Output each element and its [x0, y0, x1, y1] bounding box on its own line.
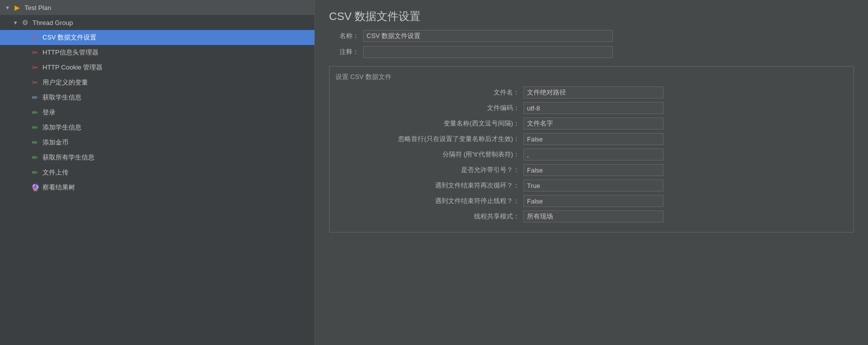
tree-arrow: ▼ [12, 19, 19, 26]
csv-field-input-3[interactable] [524, 133, 664, 145]
sidebar-item-label: 登录 [42, 108, 56, 117]
csv-field-label: 线程共享模式： [334, 212, 524, 221]
csv-field-label: 变量名称(西文逗号间隔)： [334, 119, 524, 128]
sampler-green-icon: ✏ [30, 138, 40, 148]
sampler-green-icon: ✏ [30, 168, 40, 178]
csv-field-input-8[interactable] [524, 210, 664, 222]
sampler-green-icon: ✏ [30, 152, 40, 162]
page-title: CSV 数据文件设置 [315, 0, 868, 30]
csv-field-row: 是否允许带引号？： [330, 164, 854, 176]
csv-field-input-1[interactable] [524, 102, 664, 114]
sidebar-item-get-all-students[interactable]: ✏获取所有学生信息 [0, 150, 314, 165]
sampler-green-icon: ✏ [30, 122, 40, 132]
name-label: 名称： [329, 32, 359, 40]
csv-icon: ✂ [30, 32, 40, 42]
sidebar-item-csv-data[interactable]: ✂CSV 数据文件设置 [0, 30, 314, 45]
csv-field-label: 是否允许带引号？： [334, 166, 524, 174]
csv-field-input-7[interactable] [524, 195, 664, 207]
csv-field-row: 文件名： [330, 86, 854, 98]
sidebar-item-http-header[interactable]: ✂HTTP信息头管理器 [0, 45, 314, 60]
sidebar-item-label: 添加金币 [42, 138, 68, 147]
form-section: 名称： 注释： [315, 30, 868, 62]
csv-group: 设置 CSV 数据文件 文件名： 文件编码： 变量名称(西文逗号间隔)： 忽略首… [329, 66, 854, 232]
sidebar-item-add-coin[interactable]: ✏添加金币 [0, 135, 314, 150]
sidebar-item-user-var[interactable]: ✂用户定义的变量 [0, 75, 314, 90]
user-var-icon: ✂ [30, 78, 40, 88]
sidebar-item-label: Thread Group [32, 19, 73, 26]
csv-field-input-5[interactable] [524, 164, 664, 176]
sidebar-item-label: 文件上传 [42, 168, 68, 177]
sidebar-item-label: 添加学生信息 [42, 123, 82, 132]
sidebar-item-label: CSV 数据文件设置 [42, 33, 96, 42]
sidebar-item-add-student[interactable]: ✏添加学生信息 [0, 120, 314, 135]
csv-field-row: 忽略首行(只在设置了变量名称后才生效)： [330, 133, 854, 145]
threadgroup-icon: ⚙ [20, 18, 30, 28]
http-header-icon: ✂ [30, 48, 40, 58]
sidebar-item-label: Test Plan [24, 4, 51, 12]
csv-field-label: 文件编码： [334, 104, 524, 112]
sidebar-item-results-tree[interactable]: 🔮察看结果树 [0, 180, 314, 195]
csv-field-input-0[interactable] [524, 86, 664, 98]
right-panel: CSV 数据文件设置 名称： 注释： 设置 CSV 数据文件 文件名： 文件编码… [315, 0, 868, 345]
sidebar-item-login[interactable]: ✏登录 [0, 105, 314, 120]
csv-group-title: 设置 CSV 数据文件 [330, 72, 854, 86]
csv-field-input-4[interactable] [524, 148, 664, 160]
name-input[interactable] [363, 30, 613, 42]
tree-arrow: ▼ [4, 4, 11, 11]
sampler-green-icon: ✏ [30, 108, 40, 118]
sidebar-item-test-plan[interactable]: ▼▶Test Plan [0, 0, 314, 15]
sidebar-item-thread-group[interactable]: ▼⚙Thread Group [0, 15, 314, 30]
csv-field-label: 分隔符 (用'\t'代替制表符)： [334, 150, 524, 159]
csv-field-row: 分隔符 (用'\t'代替制表符)： [330, 148, 854, 160]
sampler-icon: ✏ [30, 92, 40, 102]
comment-row: 注释： [329, 46, 854, 58]
sidebar-item-http-cookie[interactable]: ✂HTTP Cookie 管理器 [0, 60, 314, 75]
csv-field-row: 变量名称(西文逗号间隔)： [330, 118, 854, 130]
csv-field-input-6[interactable] [524, 180, 664, 192]
sidebar-item-label: 获取所有学生信息 [42, 153, 94, 162]
name-row: 名称： [329, 30, 854, 42]
sidebar-item-label: 用户定义的变量 [42, 78, 88, 87]
comment-input[interactable] [363, 46, 613, 58]
left-panel: ▼▶Test Plan▼⚙Thread Group✂CSV 数据文件设置✂HTT… [0, 0, 315, 345]
csv-field-row: 文件编码： [330, 102, 854, 114]
csv-field-row: 遇到文件结束符停止线程？： [330, 195, 854, 207]
sidebar-item-label: 获取学生信息 [42, 93, 82, 102]
sidebar-item-file-upload[interactable]: ✏文件上传 [0, 165, 314, 180]
testplan-icon: ▶ [12, 2, 22, 12]
csv-field-label: 遇到文件结束符停止线程？： [334, 196, 524, 206]
sidebar-item-get-student[interactable]: ✏获取学生信息 [0, 90, 314, 105]
csv-field-label: 遇到文件结束符再次循环？： [334, 181, 524, 190]
csv-field-row: 线程共享模式： [330, 210, 854, 222]
csv-field-row: 遇到文件结束符再次循环？： [330, 180, 854, 192]
cookie-icon: ✂ [30, 62, 40, 72]
results-icon: 🔮 [30, 182, 40, 192]
sidebar-item-label: HTTP Cookie 管理器 [42, 63, 102, 72]
sidebar-item-label: HTTP信息头管理器 [42, 48, 98, 57]
sidebar-item-label: 察看结果树 [42, 183, 75, 192]
comment-label: 注释： [329, 48, 359, 56]
csv-field-label: 文件名： [334, 88, 524, 97]
csv-field-input-2[interactable] [524, 118, 664, 130]
csv-field-label: 忽略首行(只在设置了变量名称后才生效)： [334, 134, 524, 144]
